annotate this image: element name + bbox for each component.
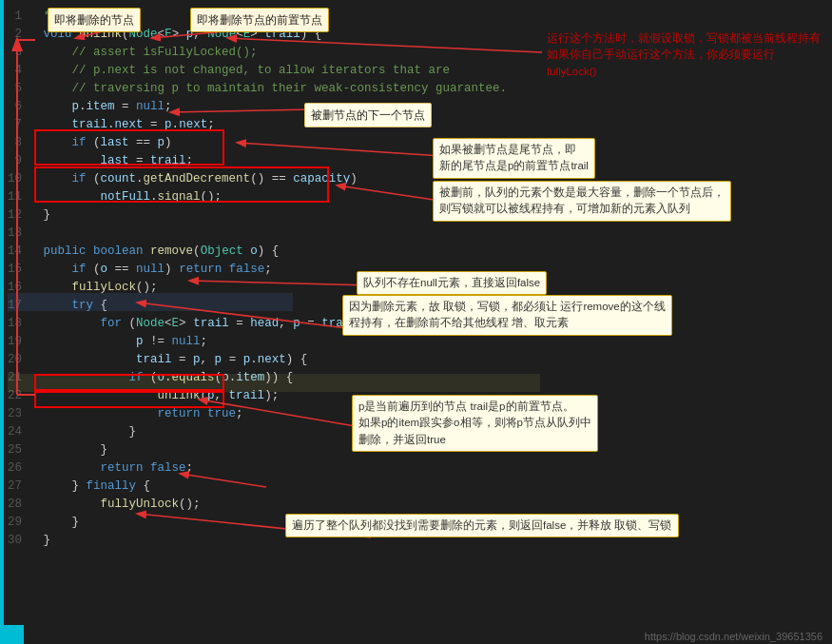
ann-finally: 遍历了整个队列都没找到需要删除的元素，则返回false，并释放 取锁、写锁 [285,514,679,537]
ann-delete-node: 即将删除的节点 [48,8,141,32]
bottom-left-indicator [0,625,24,644]
ann-next-node: 被删节点的下一个节点 [304,103,432,127]
code-container: 1 */ 2 void unlink(Node<E> p, Node<E> tr… [0,0,832,644]
ann-p-trail: p是当前遍历到的节点 trail是p的前置节点。 如果p的item跟实参o相等，… [352,395,598,452]
ann-unlink-desc: 运行这个方法时，就假设取锁，写锁都被当前线程持有 如果你自己手动运行这个方法，你… [547,30,822,80]
ann-fullylock: 因为删除元素，故 取锁，写锁，都必须让 运行remove的这个线 程持有，在删除… [342,295,672,336]
ann-prev-node: 即将删除节点的前置节点 [190,8,329,32]
left-indicator [0,0,4,644]
ann-null-check: 队列不存在null元素，直接返回false [357,271,547,295]
ann-last-node: 如果被删节点是尾节点，即 新的尾节点是p的前置节点trail [433,138,595,179]
ann-count-node: 被删前，队列的元素个数是最大容量，删除一个节点后， 则写锁就可以被线程持有，可增… [433,181,731,222]
url-bar: https://blog.csdn.net/weixin_39651356 [645,631,822,642]
